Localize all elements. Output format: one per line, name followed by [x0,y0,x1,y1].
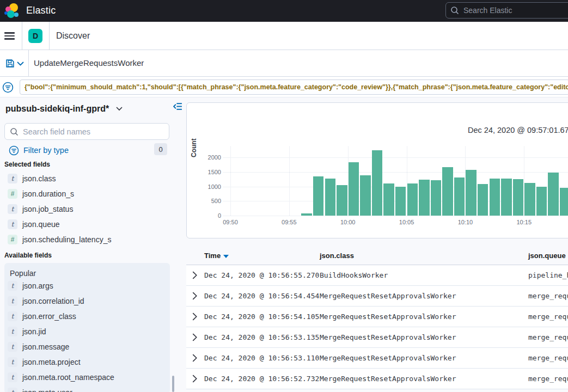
histogram-bar[interactable] [501,179,511,216]
field-item-json.meta.project[interactable]: tjson.meta.project [8,357,81,367]
discover-sidebar: pubsub-sidekiq-inf-gprd* Search field na… [0,97,185,392]
field-item-json.meta.user[interactable]: tjson.meta.user [8,387,72,392]
expand-row-chevron-icon[interactable] [192,292,198,300]
field-item-json.correlation_id[interactable]: tjson.correlation_id [8,296,84,307]
histogram-bar[interactable] [383,183,394,216]
global-search-placeholder: Search Elastic [463,6,512,15]
elastic-logo-icon[interactable] [3,2,21,20]
histogram-bar[interactable] [419,180,429,216]
histogram-bar[interactable] [395,187,406,216]
histogram-bar[interactable] [337,185,347,216]
column-header-time[interactable]: Time [204,252,229,260]
cell-time: Dec 24, 2020 @ 10:56:54.105 [204,313,319,321]
breadcrumb[interactable]: Discover [56,31,90,41]
saved-query-menu-chevron-down-icon[interactable] [17,62,24,66]
y-axis-tick-label: 1000 [202,183,221,190]
cell-time: Dec 24, 2020 @ 10:56:55.270 [204,271,319,279]
expand-row-chevron-icon[interactable] [192,333,198,341]
index-pattern-selector[interactable]: pubsub-sidekiq-inf-gprd* [5,104,123,114]
histogram-bar[interactable] [513,179,523,216]
histogram-bar[interactable] [524,183,535,216]
sidebar-scrollbar[interactable] [172,376,174,392]
filter-bar: {"bool":{"minimum_should_match":1,"shoul… [0,77,568,97]
histogram-bar[interactable] [349,162,359,216]
collapse-sidebar-icon[interactable] [173,102,182,111]
menu-icon[interactable] [4,32,15,40]
y-axis-tick-label: 500 [202,198,221,204]
expand-row-chevron-icon[interactable] [192,375,198,383]
field-item-json.class[interactable]: tjson.class [8,173,56,184]
histogram-bar[interactable] [301,213,312,216]
histogram-bar[interactable] [325,179,335,216]
expand-row-chevron-icon[interactable] [192,354,198,362]
x-axis-tick-label: 09:50 [214,219,247,225]
histogram-bar[interactable] [478,184,488,216]
histogram-bar[interactable] [536,187,547,216]
table-row: Dec 24, 2020 @ 10:56:54.105MergeRequestR… [186,307,568,327]
save-query-button[interactable] [5,59,15,68]
selected-fields-heading: Selected fields [4,161,50,168]
table-row: Dec 24, 2020 @ 10:56:53.110MergeRequestR… [186,348,568,369]
string-field-icon: t [8,357,17,367]
table-body: Dec 24, 2020 @ 10:56:55.270BuildHooksWor… [186,265,568,389]
field-name: json.meta.root_namespace [22,373,114,382]
cell-time: Dec 24, 2020 @ 10:56:53.135 [204,333,319,341]
y-axis-tick-label: 1500 [202,169,221,175]
query-dsl-filter-pill[interactable]: {"bool":{"minimum_should_match":1,"shoul… [20,79,568,95]
field-item-json.message[interactable]: tjson.message [8,341,69,352]
field-item-json.duration_s[interactable]: #json.duration_s [8,188,74,199]
filter-menu-icon[interactable] [2,82,14,93]
cell-json-queue: pipeline_ho [528,271,568,279]
histogram-bar[interactable] [466,170,476,216]
sort-descending-icon [223,255,229,258]
field-item-json.scheduling_latency_s[interactable]: #json.scheduling_latency_s [8,234,111,245]
grid-line [223,216,568,216]
grid-line [230,146,231,216]
discover-app-badge[interactable]: D [28,29,42,43]
field-item-json.job_status[interactable]: tjson.job_status [8,204,73,215]
field-item-json.args[interactable]: tjson.args [8,280,53,291]
number-field-icon: # [8,189,17,199]
cell-json-queue: merge_reque [528,375,568,383]
histogram-bar[interactable] [490,179,500,216]
x-axis-tick-label: 09:55 [273,219,306,225]
field-item-json.queue[interactable]: tjson.queue [8,219,60,230]
field-search-input[interactable]: Search field names [4,123,169,140]
histogram-bar[interactable] [372,150,382,216]
query-input[interactable]: UpdateMergeRequestsWorker [34,58,144,68]
column-header-json-queue[interactable]: json.queue [528,252,566,260]
y-axis-tick-label: 2000 [202,154,221,161]
cell-json-class: BuildHooksWorker [320,271,388,279]
cell-time: Dec 24, 2020 @ 10:56:52.732 [204,375,319,383]
cell-json-class: MergeRequestResetApprovalsWorker [320,375,456,383]
cell-json-class: MergeRequestResetApprovalsWorker [320,354,456,362]
cell-json-queue: merge_reque [528,292,568,300]
field-item-json.meta.root_namespace[interactable]: tjson.meta.root_namespace [8,372,114,383]
column-header-json-class[interactable]: json.class [320,252,354,260]
histogram-bar[interactable] [548,173,558,216]
histogram-bar[interactable] [442,167,453,216]
string-field-icon: t [8,372,17,382]
table-row: Dec 24, 2020 @ 10:56:52.732MergeRequestR… [186,369,568,389]
expand-row-chevron-icon[interactable] [192,313,198,321]
histogram-bar[interactable] [560,188,568,216]
cell-json-queue: merge_reque [528,354,568,362]
string-field-icon: t [8,388,17,392]
histogram-bar[interactable] [313,176,323,216]
expand-row-chevron-icon[interactable] [192,271,198,279]
x-axis-tick-label: 10:15 [508,219,540,225]
field-item-json.jid[interactable]: tjson.jid [8,326,46,337]
filter-by-type-button[interactable]: Filter by type [9,144,69,156]
histogram-bar[interactable] [360,175,370,216]
table-header-row: Timejson.classjson.queue [186,248,568,265]
histogram-bar[interactable] [407,183,418,216]
field-item-json.error_class[interactable]: tjson.error_class [8,311,76,322]
field-name: json.jid [22,327,46,336]
divider [49,22,50,50]
chevron-down-icon [116,107,123,111]
histogram-bar[interactable] [431,180,441,216]
histogram-bar[interactable] [454,177,465,216]
global-search-input[interactable]: Search Elastic [445,2,568,19]
field-name: json.meta.user [22,388,72,392]
field-name: json.error_class [22,312,76,321]
